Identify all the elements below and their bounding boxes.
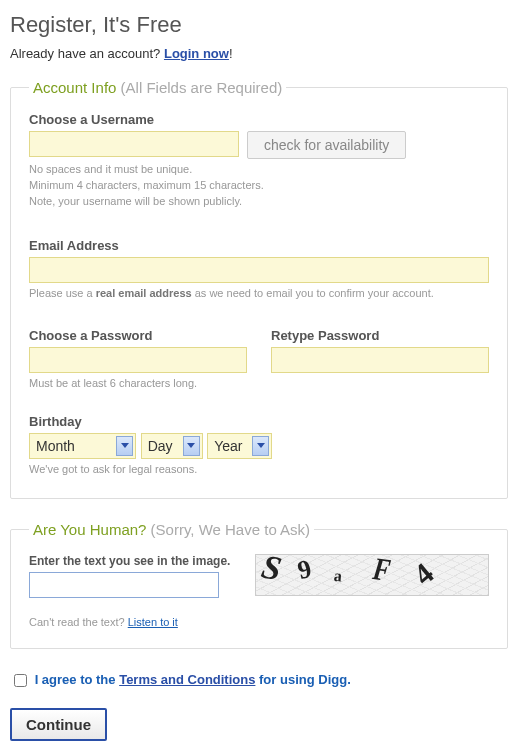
continue-button[interactable]: Continue [10,708,107,741]
page-title: Register, It's Free [10,12,508,38]
agree-row: I agree to the Terms and Conditions for … [10,671,508,690]
login-link[interactable]: Login now [164,46,229,61]
account-info-legend: Account Info (All Fields are Required) [29,79,286,96]
email-hint: Please use a real email address as we ne… [29,286,489,302]
legend-main: Are You Human? [33,521,146,538]
month-value: Month [36,438,106,454]
captcha-hint: Can't read the text? Listen to it [29,616,489,628]
password-hint: Must be at least 6 characters long. [29,376,247,392]
agree-pre: I agree to the [35,672,120,687]
email-input[interactable] [29,257,489,283]
email-hint-pre: Please use a [29,287,96,299]
agree-post: for using Digg. [255,672,350,687]
month-select[interactable]: Month [29,433,136,459]
year-value: Year [214,438,242,454]
email-hint-em: real email address [96,287,192,299]
are-you-human-section: Are You Human? (Sorry, We Have to Ask) E… [10,521,508,649]
email-label: Email Address [29,238,489,253]
retype-password-input[interactable] [271,347,489,373]
legend-sub: (All Fields are Required) [116,79,282,96]
birthday-hint: We've got to ask for legal reasons. [29,462,489,478]
captcha-image: S 9 a F 4 [255,554,489,596]
password-label: Choose a Password [29,328,247,343]
legend-main: Account Info [33,79,116,96]
human-legend: Are You Human? (Sorry, We Have to Ask) [29,521,314,538]
account-info-section: Account Info (All Fields are Required) C… [10,79,508,499]
captcha-char: a [333,566,343,585]
already-text: Already have an account? [10,46,164,61]
captcha-label: Enter the text you see in the image. [29,554,249,568]
listen-link[interactable]: Listen to it [128,616,178,628]
check-availability-button[interactable]: check for availability [247,131,406,159]
year-select[interactable]: Year [207,433,272,459]
username-label: Choose a Username [29,112,489,127]
birthday-selects: Month Day Year [29,433,489,459]
username-hint-3: Note, your username will be shown public… [29,194,489,210]
agree-checkbox[interactable] [14,674,27,687]
captcha-char: 9 [295,554,315,586]
day-select[interactable]: Day [141,433,203,459]
username-hint-2: Minimum 4 characters, maximum 15 charact… [29,178,489,194]
captcha-hint-pre: Can't read the text? [29,616,128,628]
password-input[interactable] [29,347,247,373]
chevron-down-icon [116,436,133,456]
username-hint: No spaces and it must be unique. Minimum… [29,162,489,210]
captcha-char: 4 [407,556,440,592]
chevron-down-icon [183,436,200,456]
captcha-char: S [258,554,284,589]
captcha-input[interactable] [29,572,219,598]
retype-password-label: Retype Password [271,328,489,343]
terms-link[interactable]: Terms and Conditions [119,672,255,687]
exclaim: ! [229,46,233,61]
username-input[interactable] [29,131,239,157]
captcha-char: F [371,554,393,589]
day-value: Day [148,438,173,454]
agree-label[interactable]: I agree to the Terms and Conditions for … [35,672,351,687]
legend-sub: (Sorry, We Have to Ask) [146,521,310,538]
subheading: Already have an account? Login now! [10,46,508,61]
email-hint-post: as we need to email you to confirm your … [192,287,434,299]
birthday-label: Birthday [29,414,489,429]
username-hint-1: No spaces and it must be unique. [29,162,489,178]
chevron-down-icon [252,436,269,456]
